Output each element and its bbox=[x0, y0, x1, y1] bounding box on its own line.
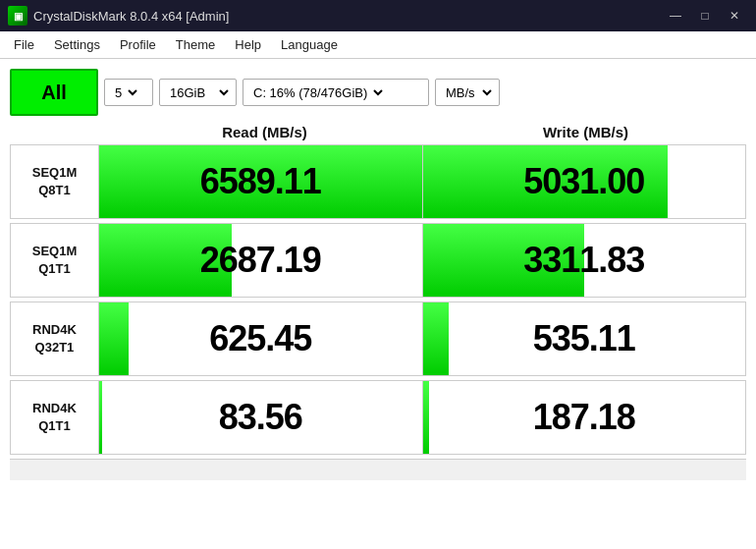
size-select[interactable]: 1MiB 4MiB 16MiB 64MiB 256MiB 1GiB 16GiB … bbox=[164, 84, 232, 101]
read-cell-1: 2687.19 bbox=[99, 224, 422, 297]
write-value-2: 535.11 bbox=[533, 318, 635, 359]
read-cell-0: 6589.11 bbox=[99, 145, 422, 218]
count-dropdown[interactable]: 1 3 5 9 bbox=[104, 79, 153, 106]
column-headers: Read (MB/s) Write (MB/s) bbox=[104, 124, 746, 140]
write-bar-2 bbox=[423, 302, 449, 375]
read-header: Read (MB/s) bbox=[104, 124, 425, 140]
menu-item-theme[interactable]: Theme bbox=[166, 33, 225, 56]
write-value-0: 5031.00 bbox=[523, 161, 644, 202]
benchmark-rows: SEQ1MQ8T16589.115031.00SEQ1MQ1T12687.193… bbox=[10, 144, 746, 455]
write-bar-3 bbox=[423, 381, 430, 454]
drive-select[interactable]: C: 16% (78/476GiB) bbox=[247, 84, 386, 101]
write-value-3: 187.18 bbox=[533, 397, 635, 438]
close-button[interactable]: ✕ bbox=[721, 4, 748, 27]
bench-row-0: SEQ1MQ8T16589.115031.00 bbox=[10, 144, 746, 219]
size-dropdown[interactable]: 1MiB 4MiB 16MiB 64MiB 256MiB 1GiB 16GiB … bbox=[159, 79, 237, 106]
bench-label-2: RND4KQ32T1 bbox=[11, 302, 99, 375]
read-cell-2: 625.45 bbox=[99, 302, 422, 375]
drive-dropdown[interactable]: C: 16% (78/476GiB) bbox=[243, 79, 429, 106]
read-value-1: 2687.19 bbox=[200, 240, 321, 281]
write-cell-1: 3311.83 bbox=[422, 224, 746, 297]
title-bar: ▣ CrystalDiskMark 8.0.4 x64 [Admin] — □ … bbox=[0, 0, 756, 31]
title-bar-text: CrystalDiskMark 8.0.4 x64 [Admin] bbox=[33, 9, 662, 24]
menu-bar: FileSettingsProfileThemeHelpLanguage bbox=[0, 31, 756, 59]
bench-label-3: RND4KQ1T1 bbox=[11, 381, 99, 454]
read-bar-2 bbox=[99, 302, 129, 375]
read-value-3: 83.56 bbox=[219, 397, 302, 438]
bench-label-1: SEQ1MQ1T1 bbox=[11, 224, 99, 297]
minimize-button[interactable]: — bbox=[662, 4, 689, 27]
write-value-1: 3311.83 bbox=[523, 240, 644, 281]
maximize-button[interactable]: □ bbox=[691, 4, 719, 27]
menu-item-language[interactable]: Language bbox=[271, 33, 348, 56]
bench-row-2: RND4KQ32T1625.45535.11 bbox=[10, 302, 746, 376]
read-value-0: 6589.11 bbox=[200, 161, 321, 202]
write-cell-3: 187.18 bbox=[422, 381, 746, 454]
menu-item-profile[interactable]: Profile bbox=[110, 33, 166, 56]
bench-row-1: SEQ1MQ1T12687.193311.83 bbox=[10, 223, 746, 298]
status-bar bbox=[10, 459, 746, 480]
write-cell-2: 535.11 bbox=[422, 302, 746, 375]
read-value-2: 625.45 bbox=[209, 318, 311, 359]
menu-item-file[interactable]: File bbox=[4, 33, 44, 56]
unit-dropdown[interactable]: MB/s GB/s IOPS μs bbox=[435, 79, 500, 106]
bench-row-3: RND4KQ1T183.56187.18 bbox=[10, 380, 746, 455]
read-bar-3 bbox=[99, 381, 102, 454]
app-icon: ▣ bbox=[8, 6, 27, 26]
controls-row: All 1 3 5 9 1MiB 4MiB 16MiB 64MiB 256MiB… bbox=[10, 69, 746, 116]
count-select[interactable]: 1 3 5 9 bbox=[109, 84, 140, 101]
title-bar-controls: — □ ✕ bbox=[662, 4, 748, 27]
menu-item-help[interactable]: Help bbox=[225, 33, 271, 56]
read-cell-3: 83.56 bbox=[99, 381, 422, 454]
unit-select[interactable]: MB/s GB/s IOPS μs bbox=[440, 84, 495, 101]
write-header: Write (MB/s) bbox=[425, 124, 746, 140]
bench-label-0: SEQ1MQ8T1 bbox=[11, 145, 99, 218]
main-content: All 1 3 5 9 1MiB 4MiB 16MiB 64MiB 256MiB… bbox=[0, 59, 756, 549]
menu-item-settings[interactable]: Settings bbox=[44, 33, 110, 56]
write-cell-0: 5031.00 bbox=[422, 145, 746, 218]
all-button[interactable]: All bbox=[10, 69, 98, 116]
